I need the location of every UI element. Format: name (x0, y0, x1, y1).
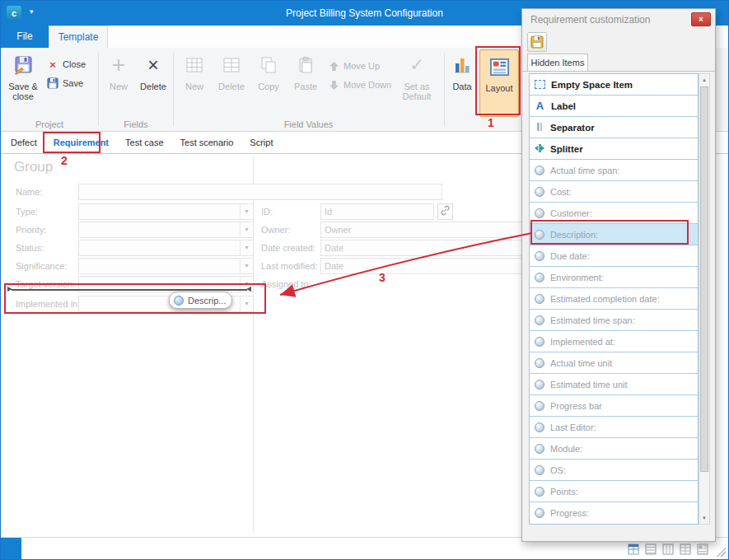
layout-button[interactable]: Layout (479, 49, 519, 117)
move-up-button[interactable]: Move Up (327, 58, 380, 74)
item-label: Environment: (550, 273, 604, 282)
save-and-close-button[interactable]: Save & close (3, 50, 43, 114)
hidden-item-progress-bar[interactable]: Progress bar (530, 395, 698, 417)
tab-script[interactable]: Script (241, 133, 281, 153)
statusbar-rows-view-icon[interactable] (645, 544, 657, 558)
hidden-item-splitter[interactable]: Splitter (530, 138, 698, 160)
save-close-label: Save & close (8, 82, 37, 101)
tab-defect[interactable]: Defect (2, 133, 45, 153)
fields-delete-button[interactable]: × Delete (136, 50, 171, 114)
separator-icon (535, 122, 544, 133)
field-values-delete-button[interactable]: Delete (213, 50, 250, 114)
ribbon-tab-template[interactable]: Template (49, 26, 108, 48)
tab-requirement[interactable]: Requirement (45, 133, 117, 153)
priority-label: Priority: (16, 222, 46, 238)
scroll-down-icon[interactable]: ▼ (699, 512, 709, 524)
significance-combobox[interactable]: ▾ (78, 258, 254, 274)
item-label: Last Editor: (550, 422, 596, 432)
dialog-close-button[interactable]: × (691, 12, 711, 26)
layout-label: Layout (485, 83, 512, 93)
statusbar-grid-view-icon[interactable] (628, 544, 639, 558)
id-field[interactable]: Id (320, 203, 434, 220)
set-as-default-button[interactable]: ✓ Set as Default (395, 50, 439, 114)
name-label: Name: (16, 184, 42, 200)
name-field[interactable] (78, 184, 442, 200)
hidden-item-implemented-at[interactable]: Implemented at: (530, 331, 698, 352)
type-label: Type: (16, 203, 38, 220)
last-modified-field[interactable]: Date (320, 258, 525, 274)
dropdown-arrow-icon[interactable]: ▾ (240, 240, 253, 255)
statusbar-layout-view-icon[interactable] (697, 544, 708, 558)
tab-test-scenario[interactable]: Test scenario (172, 133, 242, 153)
fields-new-button[interactable]: + New (102, 50, 135, 114)
hidden-item-cost[interactable]: Cost: (530, 181, 698, 203)
close-label: Close (63, 59, 86, 69)
owner-field[interactable]: Owner (320, 222, 525, 238)
move-down-button[interactable]: Move Down (327, 77, 391, 93)
drag-ghost-description[interactable]: Descrip... (169, 292, 232, 309)
ribbon-group-label-field-values: Field Values (174, 119, 443, 129)
hidden-item-separator[interactable]: Separator (530, 117, 698, 138)
hidden-item-actual-time-unit[interactable]: Actual time unit (530, 352, 698, 374)
item-label: Empty Space Item (551, 80, 633, 90)
hidden-item-estimated-time-span[interactable]: Estimated time span: (530, 310, 698, 331)
paste-button[interactable]: Paste (287, 50, 324, 114)
status-combobox[interactable]: ▾ (78, 240, 254, 256)
ribbon-tab-file[interactable]: File (1, 26, 49, 48)
date-created-field[interactable]: Date (320, 240, 525, 256)
field-values-new-label: New (185, 82, 203, 91)
save-button[interactable]: Save (46, 75, 83, 91)
hidden-item-customer[interactable]: Customer: (530, 203, 698, 224)
hidden-item-description[interactable]: Description: (530, 224, 698, 245)
type-combobox[interactable]: ▾ (78, 203, 254, 220)
tab-test-case[interactable]: Test case (117, 133, 171, 153)
item-label: Separator (550, 123, 595, 133)
dialog-save-button[interactable] (527, 32, 547, 52)
hidden-item-environment[interactable]: Environment: (530, 267, 698, 288)
copy-icon (251, 50, 286, 80)
scroll-up-icon[interactable]: ▲ (699, 74, 709, 86)
item-label: Progress: (550, 508, 589, 518)
scrollbar-thumb[interactable] (700, 86, 708, 472)
hidden-item-progress[interactable]: Progress: (530, 502, 698, 524)
dropdown-arrow-icon[interactable]: ▾ (240, 204, 253, 219)
field-orb-icon (535, 380, 544, 390)
set-default-label: Set as Default (403, 82, 432, 101)
link-button[interactable] (437, 203, 453, 220)
data-button[interactable]: Data (447, 50, 477, 114)
hidden-item-module[interactable]: Module: (530, 438, 698, 460)
hidden-item-empty-space-item[interactable]: Empty Space Item (530, 74, 698, 96)
plus-icon: + (102, 50, 135, 80)
list-scrollbar[interactable]: ▲ ▼ (699, 73, 710, 525)
field-orb-icon (535, 465, 544, 475)
new-grid-icon (177, 50, 212, 80)
tab-baseline (522, 71, 715, 72)
hidden-item-last-editor[interactable]: Last Editor: (530, 417, 698, 438)
item-label: Customer: (550, 208, 592, 218)
link-icon (440, 204, 451, 219)
insertion-line (12, 289, 247, 291)
hidden-item-estimated-completion-date[interactable]: Estimated completion date: (530, 288, 698, 310)
dropdown-arrow-icon[interactable]: ▾ (240, 296, 253, 311)
priority-combobox[interactable]: ▾ (78, 222, 254, 238)
hidden-item-points[interactable]: Points: (530, 481, 698, 502)
resize-grip[interactable] (716, 547, 726, 557)
status-label: Status: (16, 240, 44, 256)
hidden-item-estimated-time-unit[interactable]: Estimated time unit (530, 374, 698, 395)
group-title: Group (14, 159, 53, 175)
dropdown-arrow-icon[interactable]: ▾ (240, 222, 253, 237)
statusbar-view-toggles (628, 544, 708, 558)
empty-space-icon (535, 80, 545, 89)
tab-hidden-items[interactable]: Hidden Items (527, 54, 588, 72)
hidden-item-label[interactable]: A Label (530, 96, 698, 117)
hidden-item-actual-time-span[interactable]: Actual time span: (530, 160, 698, 181)
hidden-item-due-date[interactable]: Due date: (530, 245, 698, 267)
copy-button[interactable]: Copy (251, 50, 286, 114)
statusbar-table-view-icon[interactable] (680, 544, 691, 558)
field-values-new-button[interactable]: New (177, 50, 212, 114)
statusbar-columns-view-icon[interactable] (662, 544, 674, 558)
hidden-item-os[interactable]: OS: (530, 460, 698, 481)
close-template-button[interactable]: × Close (46, 56, 86, 72)
dropdown-arrow-icon[interactable]: ▾ (240, 259, 253, 273)
field-values-delete-label: Delete (218, 82, 245, 91)
